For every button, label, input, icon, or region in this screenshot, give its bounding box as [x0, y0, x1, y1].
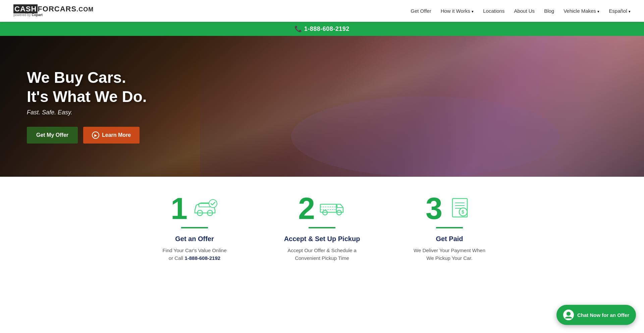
nav-menu: Get Offer How it Works Locations About U…: [411, 8, 631, 14]
car-check-icon: [192, 193, 218, 220]
nav-item-blog[interactable]: Blog: [544, 8, 554, 14]
step-2: 2 Accept & Set Up Pickup Accept Our Offe…: [258, 193, 386, 262]
hero-title-1: We Buy Cars.: [27, 69, 147, 86]
step-2-icon-wrap: 2: [268, 193, 376, 224]
step-2-title: Accept & Set Up Pickup: [268, 235, 376, 243]
step-2-desc: Accept Our Offer & Schedule a Convenient…: [268, 247, 376, 262]
get-my-offer-button[interactable]: Get My Offer: [27, 127, 78, 144]
step-2-number: 2: [298, 193, 315, 224]
step-1-title: Get an Offer: [141, 235, 248, 243]
nav-item-how-it-works[interactable]: How it Works: [441, 8, 474, 14]
truck-icon: [319, 193, 346, 220]
hero-section: We Buy Cars. It's What We Do. Fast. Safe…: [0, 36, 644, 177]
step-1-icon-wrap: 1: [141, 193, 248, 224]
phone-icon: 📞: [294, 25, 302, 32]
steps-section: 1 Get an Offer Find Your Car's Value Onl…: [0, 177, 644, 282]
hero-car-image: [200, 36, 644, 177]
navbar: CASHFORCARS.COM powered by Copart Get Of…: [0, 0, 644, 22]
logo-cash: CASH: [13, 4, 38, 13]
step-1-divider: [181, 227, 208, 228]
payment-icon: $: [446, 193, 473, 220]
hero-subtitle: Fast. Safe. Easy.: [27, 109, 147, 116]
step-3-icon-wrap: 3 $: [396, 193, 503, 224]
learn-more-button[interactable]: ▶ Learn More: [83, 127, 140, 144]
step-3-number: 3: [426, 193, 442, 224]
svg-point-4: [209, 200, 217, 208]
step-3-desc: We Deliver Your Payment When We Pickup Y…: [396, 247, 503, 262]
nav-item-get-offer[interactable]: Get Offer: [411, 8, 431, 14]
phone-number: 1-888-608-2192: [304, 25, 350, 32]
nav-item-about-us[interactable]: About Us: [514, 8, 535, 14]
nav-item-espanol[interactable]: Español: [609, 8, 631, 14]
svg-text:$: $: [462, 209, 464, 215]
nav-item-vehicle-makes[interactable]: Vehicle Makes: [564, 8, 599, 14]
hero-title-2: It's What We Do.: [27, 88, 147, 105]
step-1-desc: Find Your Car's Value Online or Call 1-8…: [141, 247, 248, 262]
step-3-divider: [436, 227, 463, 228]
play-icon: ▶: [92, 131, 99, 139]
step-1-phone: 1-888-608-2192: [184, 255, 220, 261]
step-2-divider: [309, 227, 335, 228]
logo-powered: powered by Copart: [13, 13, 94, 17]
step-1: 1 Get an Offer Find Your Car's Value Onl…: [131, 193, 258, 262]
step-1-number: 1: [171, 193, 187, 224]
logo[interactable]: CASHFORCARS.COM powered by Copart: [13, 5, 94, 17]
phone-bar[interactable]: 📞1-888-608-2192: [0, 22, 644, 36]
nav-item-locations[interactable]: Locations: [483, 8, 504, 14]
step-3: 3 $ Get Paid We Deliver Your Payment Whe…: [386, 193, 513, 262]
hero-buttons: Get My Offer ▶ Learn More: [27, 127, 147, 144]
logo-forcars: FORCARS: [38, 5, 76, 13]
hero-content: We Buy Cars. It's What We Do. Fast. Safe…: [0, 69, 147, 144]
svg-point-0: [291, 96, 559, 177]
step-3-title: Get Paid: [396, 235, 503, 243]
logo-com: .COM: [76, 6, 94, 13]
